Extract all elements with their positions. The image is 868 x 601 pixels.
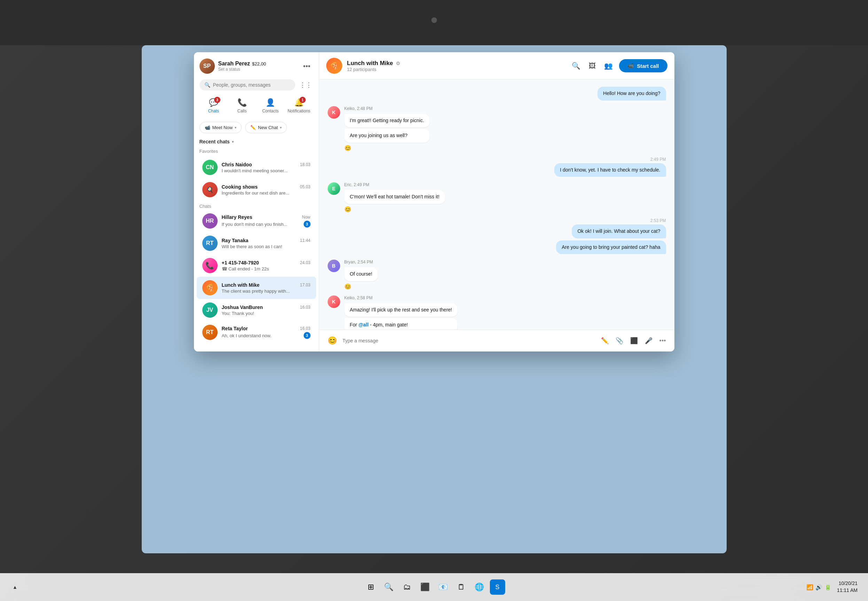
top-bar (0, 0, 868, 45)
sys-tray-icons: 📶 🔊 🔋 (806, 584, 831, 590)
tab-notifications[interactable]: 🔔 1 Notifications (285, 95, 313, 116)
taskbar-date: 10/20/21 (837, 580, 857, 587)
chat-preview: If you don't mind can you finish... (222, 222, 304, 227)
user-status: Set a status (218, 67, 266, 72)
message-row: K Keiko, 2:58 PM Amazing! I'll pick up t… (328, 296, 666, 329)
tab-contacts[interactable]: 👤 Contacts (256, 95, 285, 116)
search-messages-button[interactable]: 🔍 (570, 59, 582, 72)
list-item[interactable]: 📞 +1 415-748-7920 24.03 ☎ Call ended - 1… (197, 255, 316, 277)
chat-name: +1 415-748-7920 (222, 260, 259, 265)
chat-preview: Will be there as soon as I can! (222, 244, 310, 249)
taskbar-icon8[interactable]: S (490, 580, 505, 595)
sender-name: Bryan, 2:54 PM (344, 259, 378, 264)
message-row: E Eric, 2:49 PM C'mon! We'll eat hot tam… (328, 182, 666, 213)
taskbar-files-button[interactable]: 🗂 (399, 580, 415, 595)
unread-badge: 3 (304, 332, 310, 339)
mic-button[interactable]: 🎤 (643, 336, 654, 346)
chat-title: Lunch with Mike (347, 60, 393, 67)
media-button[interactable]: ⬛ (629, 336, 639, 346)
pen-tool-button[interactable]: ✏️ (599, 336, 610, 346)
chats-label: Chats (208, 108, 219, 113)
search-icon: 🔍 (204, 82, 210, 88)
taskbar-edge-button[interactable]: 🌐 (472, 580, 487, 595)
chat-content: Lunch with Mike 17.03 The client was pre… (222, 282, 310, 294)
avatar: CN (202, 160, 218, 175)
chat-preview: ☎ Call ended - 1m 22s (222, 266, 310, 272)
chat-name: Cooking shows (222, 184, 258, 190)
new-chat-button[interactable]: ✏️ New Chat ▾ (245, 122, 287, 133)
sender-name: Eric, 2:49 PM (344, 182, 445, 187)
taskbar-windows-button[interactable]: ⊞ (363, 580, 379, 595)
start-call-label: Start call (637, 63, 659, 69)
new-chat-icon: ✏️ (250, 125, 256, 130)
search-input-wrapper: 🔍 (200, 79, 295, 90)
search-input[interactable] (213, 82, 290, 88)
list-item[interactable]: JV Joshua VanBuren 16.03 You: Thank you! (197, 299, 316, 321)
message-bubble: Hello! How are you doing? (598, 87, 666, 101)
message-bubble: C'mon! We'll eat hot tamale! Don't miss … (344, 190, 445, 204)
chat-header: 🍕 Lunch with Mike ⚙ 12 participants 🔍 🖼 (319, 52, 674, 80)
taskbar-sys-tray-left: ▲ (11, 584, 20, 590)
taskbar-time: 11:11 AM (837, 587, 857, 594)
list-item[interactable]: RT Reta Taylor 16.03 Ah, ok I understand… (197, 321, 316, 343)
list-item[interactable]: 🍕 Lunch with Mike 17.03 The client was p… (197, 277, 316, 299)
more-input-options-button[interactable]: ••• (658, 336, 668, 346)
emoji-button[interactable]: 😊 (326, 335, 338, 346)
unread-badge: 3 (304, 221, 310, 227)
group-avatar: 🍕 (326, 58, 342, 74)
meet-now-chevron: ▾ (235, 126, 237, 130)
notifications-icon: 🔔 1 (294, 98, 304, 107)
tab-calls[interactable]: 📞 Calls (228, 95, 256, 116)
grid-view-button[interactable]: ⋮⋮ (298, 80, 313, 90)
participants-count: 12 participants (347, 67, 400, 72)
list-item[interactable]: CN Chris Naidoo 18.03 I wouldn't mind me… (197, 156, 316, 178)
message-row: K Keiko, 2:48 PM I'm great!! Getting rea… (328, 106, 666, 151)
start-call-button[interactable]: 📹 Start call (619, 59, 667, 72)
chat-preview: The client was pretty happy with... (222, 288, 310, 294)
list-item[interactable]: HR Hillary Reyes Now If you don't mind c… (197, 210, 316, 232)
attachment-button[interactable]: 📎 (614, 336, 625, 346)
chat-preview: Ah, ok I understand now. (222, 333, 304, 338)
taskbar-search-button[interactable]: 🔍 (381, 580, 397, 595)
message-bubble: Of course! (344, 267, 378, 281)
sender-avatar: B (328, 259, 340, 272)
message-bubble: Amazing! I'll pick up the rest and see y… (344, 303, 458, 317)
calls-icon: 📞 (237, 98, 247, 107)
message-bubble: Ok ok! I will join. What about your cat? (572, 224, 666, 238)
skype-app: SP Sarah Perez $22,00 Set a status ••• (194, 52, 674, 351)
chat-preview: I wouldn't mind meeting sooner... (222, 168, 310, 173)
sender-name: Keiko, 2:48 PM (344, 106, 430, 111)
battery-icon: 🔋 (824, 584, 831, 590)
chat-time: 16.03 (300, 326, 310, 331)
chat-time: 17.03 (300, 282, 310, 287)
chats-section-title: Chats (200, 204, 211, 209)
chat-header-actions: 🔍 🖼 👥 📹 Start call (570, 59, 667, 72)
user-info: SP Sarah Perez $22,00 Set a status (200, 58, 266, 74)
participants-button[interactable]: 👥 (602, 59, 615, 72)
message-content-group: Eric, 2:49 PM C'mon! We'll eat hot tamal… (344, 182, 445, 213)
meet-now-button[interactable]: 📹 Meet Now ▾ (200, 122, 242, 133)
taskbar-mail-button[interactable]: 📧 (436, 580, 451, 595)
meet-now-label: Meet Now (212, 125, 233, 130)
chat-content: Cooking shows 05.03 Ingredients for our … (222, 184, 310, 195)
desktop: SP Sarah Perez $22,00 Set a status ••• (0, 0, 868, 601)
list-item[interactable]: RT Ray Tanaka 11:44 Will be there as soo… (197, 232, 316, 255)
more-options-button[interactable]: ••• (300, 61, 313, 72)
settings-icon[interactable]: ⚙ (396, 61, 400, 66)
contacts-label: Contacts (262, 108, 278, 113)
chat-name: Lunch with Mike (222, 282, 260, 288)
list-item[interactable]: 🍳 Cooking shows 05.03 Ingredients for ou… (197, 178, 316, 201)
chevron-up-icon[interactable]: ▲ (11, 584, 20, 590)
chat-content: Chris Naidoo 18.03 I wouldn't mind meeti… (222, 162, 310, 173)
new-chat-label: New Chat (258, 125, 278, 130)
chat-content: +1 415-748-7920 24.03 ☎ Call ended - 1m … (222, 260, 310, 272)
chat-name: Chris Naidoo (222, 162, 252, 168)
message-input[interactable] (342, 338, 595, 343)
taskbar-desktop-button[interactable]: ⬛ (417, 580, 433, 595)
image-button[interactable]: 🖼 (587, 60, 598, 72)
message-content-group: Keiko, 2:48 PM I'm great!! Getting ready… (344, 106, 430, 151)
message-row: 2:53 PM Ok ok! I will join. What about y… (328, 218, 666, 254)
mention-text: @all (358, 322, 368, 328)
taskbar-notes-button[interactable]: 🗒 (454, 580, 469, 595)
tab-chats[interactable]: 💬 3 Chats (200, 95, 228, 116)
